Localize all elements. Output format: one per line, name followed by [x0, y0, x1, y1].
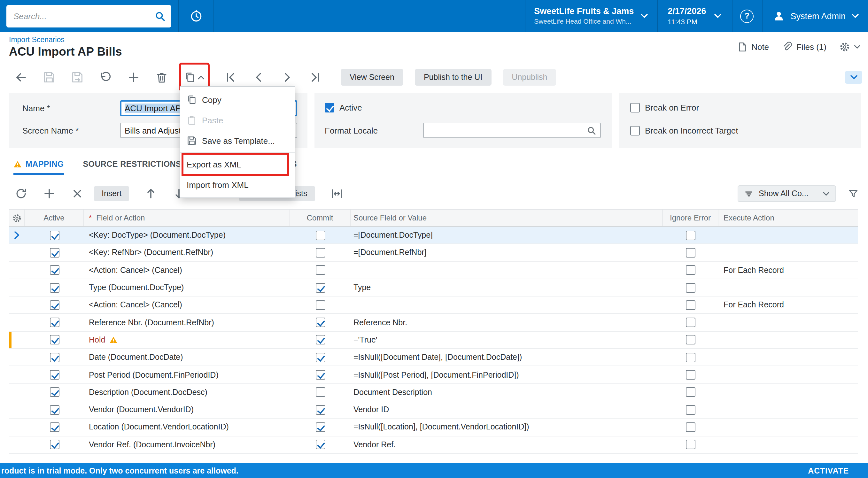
business-datetime-selector[interactable]: 2/17/2026 11:43 PM	[657, 0, 732, 32]
row-commit-checkbox[interactable]	[315, 335, 325, 345]
row-active-checkbox[interactable]	[50, 422, 59, 432]
row-commit-checkbox[interactable]	[315, 370, 325, 380]
fit-to-screen-icon[interactable]	[331, 187, 343, 200]
activate-button[interactable]: ACTIVATE	[808, 466, 849, 475]
row-commit-checkbox[interactable]	[315, 265, 325, 275]
table-row[interactable]: <Action: Cancel> (Cancel)For Each Record	[9, 296, 858, 314]
filter-icon[interactable]	[847, 188, 859, 199]
row-ignore-error-checkbox[interactable]	[686, 265, 695, 275]
row-commit-checkbox[interactable]	[315, 300, 325, 310]
row-active-checkbox[interactable]	[50, 248, 59, 258]
row-ignore-error-checkbox[interactable]	[686, 370, 695, 380]
row-active-checkbox[interactable]	[50, 300, 59, 310]
column-filter-dropdown[interactable]: Show All Co...	[738, 185, 836, 202]
cancel-back-icon[interactable]	[15, 71, 28, 84]
table-row[interactable]: <Key: DocType> (Document.DocType)=[Docum…	[9, 227, 858, 245]
insert-button[interactable]: Insert	[94, 186, 129, 201]
column-header-active[interactable]: Active	[25, 210, 84, 226]
table-row[interactable]: Vendor (Document.VendorID)Vendor ID	[9, 401, 858, 419]
row-active-checkbox[interactable]	[50, 230, 59, 240]
break-on-error-checkbox[interactable]	[630, 103, 640, 113]
add-row-icon[interactable]	[43, 187, 56, 200]
last-record-icon[interactable]	[309, 71, 321, 84]
row-ignore-error-checkbox[interactable]	[686, 405, 695, 414]
row-commit-checkbox[interactable]	[315, 230, 325, 240]
row-ignore-error-checkbox[interactable]	[686, 440, 695, 449]
view-screen-button[interactable]: View Screen	[341, 69, 403, 86]
row-active-checkbox[interactable]	[50, 440, 59, 449]
column-header-execute[interactable]: Execute Action	[718, 210, 858, 226]
column-header-source[interactable]: Source Field or Value	[351, 210, 663, 226]
row-ignore-error-checkbox[interactable]	[686, 318, 695, 327]
add-record-icon[interactable]	[127, 71, 140, 84]
row-ignore-error-checkbox[interactable]	[686, 335, 695, 345]
table-row[interactable]: Date (Document.DocDate)=IsNull([Document…	[9, 349, 858, 367]
row-ignore-error-checkbox[interactable]	[686, 422, 695, 432]
save-close-icon[interactable]	[71, 71, 84, 84]
company-selector[interactable]: SweetLife Fruits & Jams SweetLife Head O…	[525, 0, 657, 32]
menu-item-export-as-xml[interactable]: Export as XML	[180, 154, 294, 174]
format-locale-input[interactable]	[423, 123, 601, 138]
move-row-up-icon[interactable]	[145, 187, 158, 200]
grid-settings-cell[interactable]	[9, 210, 25, 226]
publish-to-ui-button[interactable]: Publish to the UI	[415, 69, 491, 86]
column-header-field[interactable]: *Field or Action	[84, 210, 289, 226]
row-commit-checkbox[interactable]	[315, 248, 325, 258]
help-button[interactable]: ?	[732, 0, 762, 32]
note-button[interactable]: Note	[737, 41, 769, 53]
save-icon[interactable]	[43, 71, 56, 84]
row-active-checkbox[interactable]	[50, 265, 59, 275]
row-ignore-error-checkbox[interactable]	[686, 352, 695, 362]
search-input[interactable]	[12, 10, 155, 22]
tab-source-restrictions[interactable]: SOURCE RESTRICTIONS	[83, 160, 182, 175]
row-commit-checkbox[interactable]	[315, 318, 325, 327]
table-row[interactable]: <Action: Cancel> (Cancel)For Each Record	[9, 262, 858, 279]
row-commit-checkbox[interactable]	[315, 405, 325, 414]
row-active-checkbox[interactable]	[50, 405, 59, 414]
row-ignore-error-checkbox[interactable]	[686, 300, 695, 310]
row-ignore-error-checkbox[interactable]	[686, 283, 695, 292]
next-record-icon[interactable]	[281, 71, 293, 84]
row-commit-checkbox[interactable]	[315, 352, 325, 362]
table-row[interactable]: Vendor Ref. (Document.InvoiceNbr)Vendor …	[9, 436, 858, 454]
row-active-checkbox[interactable]	[50, 335, 59, 345]
table-row[interactable]: Reference Nbr. (Document.RefNbr)Referenc…	[9, 314, 858, 332]
files-button[interactable]: Files (1)	[782, 41, 827, 53]
row-active-checkbox[interactable]	[50, 388, 59, 397]
menu-item-copy[interactable]: Copy	[180, 90, 294, 110]
row-ignore-error-checkbox[interactable]	[686, 230, 695, 240]
break-on-incorrect-target-checkbox[interactable]	[630, 126, 640, 135]
table-row[interactable]: Description (Document.DocDesc)Document D…	[9, 384, 858, 401]
row-active-checkbox[interactable]	[50, 318, 59, 327]
row-active-checkbox[interactable]	[50, 283, 59, 292]
active-checkbox[interactable]	[325, 103, 334, 113]
global-search[interactable]	[6, 5, 171, 27]
search-icon[interactable]	[155, 10, 165, 22]
clipboard-menu-button[interactable]	[182, 67, 207, 88]
delete-record-icon[interactable]	[155, 71, 168, 84]
row-active-checkbox[interactable]	[50, 370, 59, 380]
refresh-icon[interactable]	[15, 187, 28, 200]
undo-icon[interactable]	[99, 71, 112, 84]
screen-settings-button[interactable]	[839, 41, 860, 53]
table-row[interactable]: <Key: RefNbr> (Document.RefNbr)=[Documen…	[9, 245, 858, 262]
menu-item-import-from-xml[interactable]: Import from XML	[180, 174, 294, 195]
breadcrumb[interactable]: Import Scenarios	[9, 36, 65, 43]
table-row[interactable]: Location (Document.VendorLocationID)=IsN…	[9, 419, 858, 437]
search-icon[interactable]	[587, 126, 596, 135]
collapse-header-button[interactable]	[845, 71, 862, 84]
row-ignore-error-checkbox[interactable]	[686, 388, 695, 397]
table-row[interactable]: Post Period (Document.FinPeriodID)=IsNul…	[9, 367, 858, 384]
menu-item-save-as-template[interactable]: Save as Template...	[180, 130, 294, 151]
row-commit-checkbox[interactable]	[315, 422, 325, 432]
table-row[interactable]: Hold='True'	[9, 332, 858, 349]
table-row[interactable]: Type (Document.DocType)Type	[9, 279, 858, 297]
row-active-checkbox[interactable]	[50, 352, 59, 362]
column-header-commit[interactable]: Commit	[289, 210, 351, 226]
tab-mapping[interactable]: MAPPING	[13, 160, 64, 175]
previous-record-icon[interactable]	[252, 71, 265, 84]
row-commit-checkbox[interactable]	[315, 283, 325, 292]
row-commit-checkbox[interactable]	[315, 388, 325, 397]
row-ignore-error-checkbox[interactable]	[686, 248, 695, 258]
delete-row-icon[interactable]	[71, 187, 84, 200]
